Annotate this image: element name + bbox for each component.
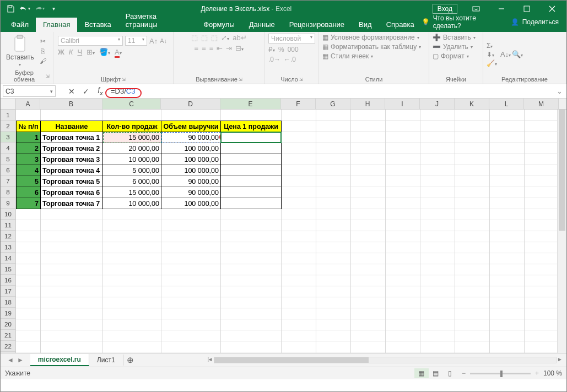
zoom-out-icon[interactable]: − [462, 369, 466, 377]
col-header-i[interactable]: I [385, 99, 420, 109]
autosum-icon[interactable]: Σ▾ [487, 42, 497, 50]
increase-decimal-icon[interactable]: .0→ [268, 56, 280, 63]
font-name-combo[interactable]: Calibri▾ [58, 36, 123, 46]
row-header[interactable]: 15 [1, 264, 15, 275]
comma-icon[interactable]: 000 [288, 46, 299, 53]
col-header-d[interactable]: D [161, 99, 220, 109]
row-header[interactable]: 2 [1, 121, 15, 132]
sheet-nav-next-icon[interactable]: ► [17, 356, 24, 364]
col-header-e[interactable]: E [220, 99, 281, 109]
align-center-icon[interactable]: ≡ [202, 44, 206, 52]
table-row[interactable]: 7Торговая точка 710 000,00100 000,00 [17, 198, 282, 209]
col-header-m[interactable]: M [524, 99, 559, 109]
row-header[interactable]: 16 [1, 275, 15, 286]
tab-file[interactable]: Файл [4, 18, 36, 32]
align-middle-icon[interactable]: ⬚ [201, 34, 208, 42]
delete-cells-button[interactable]: ➖ Удалить ▾ [433, 43, 473, 51]
row-header[interactable]: 20 [1, 319, 15, 330]
italic-button[interactable]: К [69, 48, 73, 56]
increase-font-icon[interactable]: A↑ [149, 37, 158, 45]
row-header[interactable]: 4 [1, 143, 15, 154]
select-all-corner[interactable] [1, 99, 16, 109]
row-header[interactable]: 3 [1, 132, 15, 143]
format-painter-icon[interactable]: 🖌 [39, 57, 47, 66]
decrease-font-icon[interactable]: A↓ [160, 37, 167, 44]
header-cell[interactable]: Кол-во продаж [103, 121, 161, 132]
row-header[interactable]: 5 [1, 154, 15, 165]
col-header-b[interactable]: B [40, 99, 102, 109]
conditional-formatting-button[interactable]: ▦ Условное форматирование▾ [322, 34, 419, 41]
formula-input[interactable]: =D3/C3 [107, 87, 552, 95]
font-size-combo[interactable]: 11▾ [125, 36, 147, 46]
row-header[interactable]: 7 [1, 176, 15, 187]
zoom-level[interactable]: 100 % [543, 369, 562, 377]
row-header[interactable]: 18 [1, 297, 15, 308]
border-button[interactable]: ⊞▾ [87, 48, 95, 56]
tab-home[interactable]: Главная [36, 18, 77, 32]
row-header[interactable]: 21 [1, 330, 15, 341]
orientation-icon[interactable]: ⤢▾ [221, 34, 229, 42]
align-top-icon[interactable]: ⬚ [191, 34, 198, 42]
row-header[interactable]: 10 [1, 209, 15, 220]
qat-customize-icon[interactable]: ▾ [47, 2, 60, 15]
header-cell[interactable]: № п/п [17, 121, 41, 132]
copy-icon[interactable]: ⎘ [39, 47, 47, 56]
sheet-tab-2[interactable]: Лист1 [89, 355, 123, 366]
view-normal-icon[interactable]: ▦ [414, 368, 429, 378]
row-header[interactable]: 12 [1, 231, 15, 242]
find-select-icon[interactable]: 🔍▾ [512, 50, 523, 58]
header-cell[interactable]: Название [41, 121, 103, 132]
align-bottom-icon[interactable]: ⬚ [211, 34, 218, 42]
paste-button[interactable]: Вставить▾ [4, 34, 36, 68]
spreadsheet-grid[interactable]: A B C D E F G H I J K L M 1 2 3 4 5 6 7 … [1, 99, 566, 353]
redo-icon[interactable]: ▾ [33, 2, 46, 15]
col-header-l[interactable]: L [489, 99, 524, 109]
table-row[interactable]: 6Торговая точка 615 000,0090 000,00 [17, 187, 282, 198]
row-header[interactable]: 11 [1, 220, 15, 231]
table-row[interactable]: 2Торговая точка 220 000,00100 000,00 [17, 143, 282, 154]
undo-icon[interactable]: ▾ [18, 2, 31, 15]
col-header-f[interactable]: F [281, 99, 316, 109]
format-as-table-button[interactable]: ▦ Форматировать как таблицу▾ [322, 43, 421, 51]
percent-icon[interactable]: % [278, 46, 284, 53]
data-table[interactable]: № п/п Название Кол-во продаж Объем выруч… [16, 121, 282, 209]
cut-icon[interactable]: ✂ [39, 37, 47, 46]
sort-filter-icon[interactable]: A↓▾ [500, 50, 511, 58]
horizontal-scrollbar[interactable]: ⁞ ◄► [148, 356, 557, 364]
login-button[interactable]: Вход [433, 4, 457, 14]
row-header[interactable]: 13 [1, 242, 15, 253]
table-row[interactable]: 3Торговая точка 310 000,00100 000,00 [17, 154, 282, 165]
sheet-tab-1[interactable]: microexcel.ru [30, 354, 89, 366]
add-sheet-button[interactable]: ⊕ [123, 355, 138, 365]
zoom-in-icon[interactable]: + [535, 369, 539, 377]
row-header[interactable]: 17 [1, 286, 15, 297]
underline-button[interactable]: Ч [77, 48, 82, 56]
wrap-text-icon[interactable]: ab↵ [233, 34, 246, 42]
align-right-icon[interactable]: ≡ [209, 44, 214, 52]
clear-icon[interactable]: 🧹▾ [487, 59, 497, 67]
zoom-slider[interactable] [470, 373, 531, 374]
header-cell[interactable]: Цена 1 продажи [221, 121, 282, 132]
row-header[interactable]: 22 [1, 341, 15, 352]
col-header-h[interactable]: H [350, 99, 385, 109]
col-header-k[interactable]: K [455, 99, 489, 109]
expand-formula-bar-icon[interactable]: ⌄ [552, 87, 566, 95]
align-left-icon[interactable]: ≡ [195, 44, 199, 52]
decrease-indent-icon[interactable]: ⇤ [217, 44, 223, 52]
decrease-decimal-icon[interactable]: ←.0 [284, 56, 296, 63]
tab-formulas[interactable]: Формулы [196, 18, 242, 32]
fx-icon[interactable]: fx [93, 85, 107, 97]
col-header-c[interactable]: C [102, 99, 161, 109]
table-row[interactable]: 4Торговая точка 45 000,00100 000,00 [17, 165, 282, 176]
table-row[interactable]: 1Торговая точка 1 15 000,00 90 000,00 =D… [17, 132, 282, 143]
insert-cells-button[interactable]: ➕ Вставить ▾ [433, 34, 476, 41]
save-icon[interactable] [4, 2, 17, 15]
name-box[interactable]: C3▾ [3, 85, 56, 97]
row-header[interactable]: 6 [1, 165, 15, 176]
share-button[interactable]: 👤 Поделиться [511, 18, 559, 26]
increase-indent-icon[interactable]: ⇥ [226, 44, 232, 52]
merge-button[interactable]: ⊟▾ [235, 44, 244, 52]
col-header-j[interactable]: J [420, 99, 455, 109]
cell-styles-button[interactable]: ▦ Стили ячеек▾ [322, 52, 373, 60]
tab-view[interactable]: Вид [352, 18, 379, 32]
